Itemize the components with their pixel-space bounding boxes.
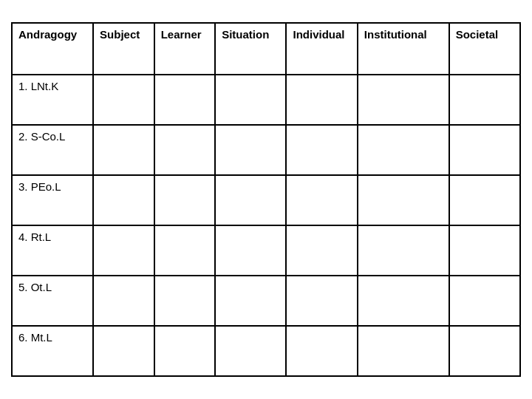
row-4-cell-5 xyxy=(358,225,449,276)
row-4-label: 4. Rt.L xyxy=(12,225,93,276)
row-3-cell-4 xyxy=(286,175,357,225)
row-5-cell-4 xyxy=(286,276,357,326)
row-4-cell-1 xyxy=(93,225,154,276)
header-institutional: Institutional xyxy=(358,23,449,75)
table-row: 4. Rt.L xyxy=(12,225,520,276)
table-row: 3. PEo.L xyxy=(12,175,520,225)
header-individual: Individual xyxy=(286,23,357,75)
row-3-cell-2 xyxy=(154,175,216,225)
row-1-cell-1 xyxy=(93,75,154,125)
main-table-container: Andragogy Subject Learner Situation Indi… xyxy=(11,22,521,377)
row-2-label: 2. S-Co.L xyxy=(12,125,93,175)
header-situation: Situation xyxy=(215,23,286,75)
row-3-cell-5 xyxy=(358,175,449,225)
row-2-cell-3 xyxy=(215,125,286,175)
row-5-label: 5. Ot.L xyxy=(12,276,93,326)
row-6-cell-5 xyxy=(358,326,449,376)
row-5-cell-6 xyxy=(449,276,520,326)
row-2-cell-6 xyxy=(449,125,520,175)
row-6-cell-4 xyxy=(286,326,357,376)
row-6-cell-3 xyxy=(215,326,286,376)
row-2-cell-1 xyxy=(93,125,154,175)
row-3-label: 3. PEo.L xyxy=(12,175,93,225)
table-row: 1. LNt.K xyxy=(12,75,520,125)
row-5-cell-2 xyxy=(154,276,216,326)
table-row: 5. Ot.L xyxy=(12,276,520,326)
row-6-cell-6 xyxy=(449,326,520,376)
row-1-cell-6 xyxy=(449,75,520,125)
row-1-cell-4 xyxy=(286,75,357,125)
row-2-cell-4 xyxy=(286,125,357,175)
row-6-label: 6. Mt.L xyxy=(12,326,93,376)
row-5-cell-1 xyxy=(93,276,154,326)
row-3-cell-3 xyxy=(215,175,286,225)
table-row: 2. S-Co.L xyxy=(12,125,520,175)
andragogy-table: Andragogy Subject Learner Situation Indi… xyxy=(11,22,521,377)
row-1-label: 1. LNt.K xyxy=(12,75,93,125)
header-learner: Learner xyxy=(154,23,216,75)
row-4-cell-3 xyxy=(215,225,286,276)
row-1-cell-3 xyxy=(215,75,286,125)
row-1-cell-5 xyxy=(358,75,449,125)
row-1-cell-2 xyxy=(154,75,216,125)
row-5-cell-5 xyxy=(358,276,449,326)
header-row: Andragogy Subject Learner Situation Indi… xyxy=(12,23,520,75)
header-subject: Subject xyxy=(93,23,154,75)
row-2-cell-5 xyxy=(358,125,449,175)
row-6-cell-1 xyxy=(93,326,154,376)
row-4-cell-2 xyxy=(154,225,216,276)
row-3-cell-1 xyxy=(93,175,154,225)
row-5-cell-3 xyxy=(215,276,286,326)
header-andragogy: Andragogy xyxy=(12,23,93,75)
row-3-cell-6 xyxy=(449,175,520,225)
row-4-cell-6 xyxy=(449,225,520,276)
table-row: 6. Mt.L xyxy=(12,326,520,376)
row-6-cell-2 xyxy=(154,326,216,376)
header-societal: Societal xyxy=(449,23,520,75)
row-2-cell-2 xyxy=(154,125,216,175)
row-4-cell-4 xyxy=(286,225,357,276)
